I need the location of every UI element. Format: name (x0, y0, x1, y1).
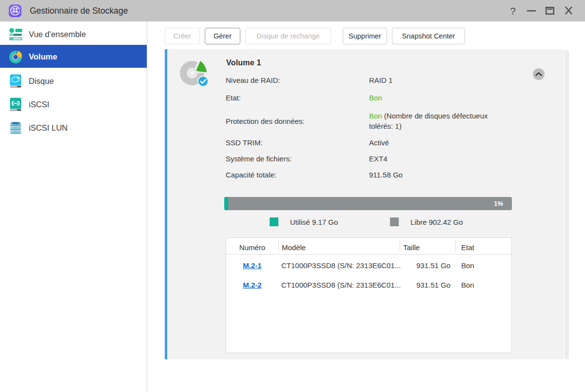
svg-text:?: ? (510, 5, 516, 17)
